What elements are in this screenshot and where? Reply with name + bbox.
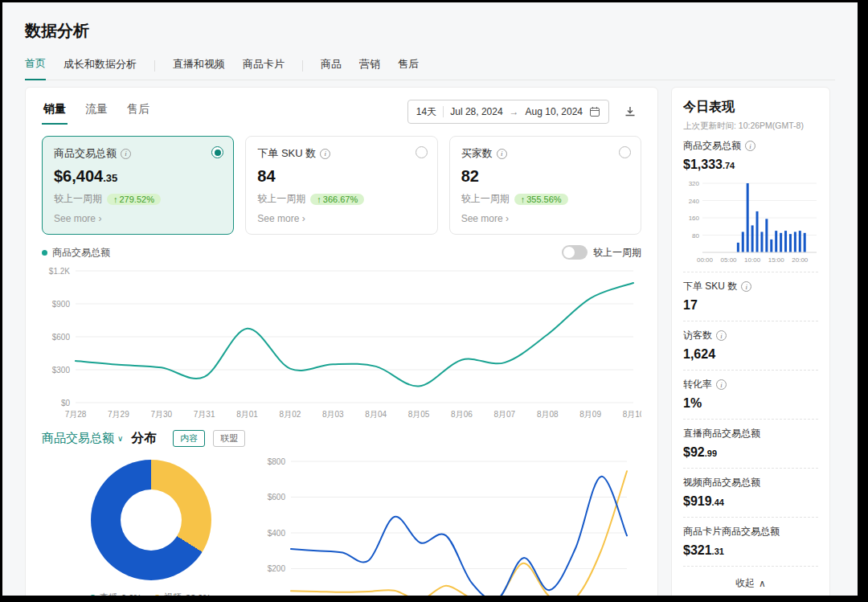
nav-item-products[interactable]: 商品 <box>321 57 342 80</box>
svg-text:8月05: 8月05 <box>408 410 430 419</box>
metric-label-row: 直播商品交易总额 <box>683 427 818 440</box>
nav-item-marketing[interactable]: 营销 <box>359 57 380 80</box>
svg-text:$600: $600 <box>52 333 71 342</box>
svg-text:$800: $800 <box>268 457 286 466</box>
top-nav: 首页 成长和数据分析 直播和视频 商品卡片 商品 营销 售后 <box>25 56 835 80</box>
legend-label: 商品交易总额 <box>52 246 110 260</box>
metric-label: 买家数 <box>461 146 493 161</box>
legend-value: 33.9% <box>186 593 211 596</box>
see-more-label: See more <box>257 213 299 224</box>
analytics-page: 数据分析 首页 成长和数据分析 直播和视频 商品卡片 商品 营销 售后 销量 流… <box>2 2 858 596</box>
see-more-label: See more <box>461 213 503 224</box>
nav-item-live-video[interactable]: 直播和视频 <box>173 57 225 80</box>
change-value: 355.56% <box>526 195 561 204</box>
calendar-icon <box>589 106 600 117</box>
metric-label-row: 商品交易总额 i <box>683 139 818 153</box>
metric-card-buyers[interactable]: 买家数 i 82 较上一周期 ↑355.56% See more › <box>449 136 641 235</box>
metric-label: 下单 SKU 数 <box>257 146 316 161</box>
info-icon: i <box>716 379 727 390</box>
metric-radio-selected[interactable] <box>211 146 223 158</box>
nav-item-home[interactable]: 首页 <box>25 56 46 80</box>
up-arrow-icon: ↑ <box>521 195 526 204</box>
last-updated: 上次更新时间: 10:26PM(GMT-8) <box>683 121 818 132</box>
side-metric-visitors: 访客数 i 1,624 <box>683 321 818 371</box>
svg-text:10:00: 10:00 <box>744 256 761 264</box>
metric-value: $92.99 <box>683 445 818 460</box>
metric-radio[interactable] <box>619 146 631 158</box>
metric-label: 访客数 <box>683 329 712 342</box>
see-more-link[interactable]: See more › <box>461 213 629 224</box>
metric-card-gmv[interactable]: 商品交易总额 i $6,404.35 较上一周期 ↑279.52% See mo… <box>42 136 234 235</box>
download-icon <box>624 105 637 118</box>
svg-text:8月06: 8月06 <box>451 410 473 419</box>
metric-tabs: 销量 流量 售后 <box>42 99 151 125</box>
date-start: Jul 28, 2024 <box>450 106 502 117</box>
svg-text:$900: $900 <box>52 300 71 309</box>
svg-text:8月10: 8月10 <box>623 410 641 419</box>
metric-label: 视频商品交易总额 <box>683 476 760 489</box>
segment-content[interactable]: 内容 <box>173 430 205 447</box>
metric-value: $919.44 <box>683 494 818 509</box>
page-header: 数据分析 首页 成长和数据分析 直播和视频 商品卡片 商品 营销 售后 <box>2 2 858 80</box>
svg-text:8月01: 8月01 <box>236 410 258 419</box>
change-badge: ↑279.52% <box>107 194 161 205</box>
side-metric-live-gmv: 直播商品交易总额 $92.99 <box>683 420 818 469</box>
collapse-button[interactable]: 收起 ∧ <box>683 567 818 596</box>
metric-label-row: 下单 SKU 数 i <box>683 280 818 293</box>
svg-text:8月08: 8月08 <box>537 410 559 419</box>
metric-card-sku-orders[interactable]: 下单 SKU 数 i 84 较上一周期 ↑366.67% See more › <box>245 136 437 235</box>
metric-label-row: 商品卡片商品交易总额 <box>683 525 818 539</box>
svg-text:8月04: 8月04 <box>365 410 387 419</box>
svg-text:8月07: 8月07 <box>494 410 516 419</box>
tab-sales[interactable]: 销量 <box>42 99 68 125</box>
value-integer: 17 <box>683 298 698 312</box>
distribution-body: 直播 0.0% 视频 33.9% <box>42 452 641 596</box>
nav-item-product-card[interactable]: 商品卡片 <box>243 57 285 80</box>
info-icon: i <box>121 149 131 159</box>
compare-period-toggle[interactable] <box>562 245 588 260</box>
gmv-trend-chart: $0$300$600$900$1.2K7月287月297月307月318月018… <box>42 263 641 422</box>
date-preset-label: 14天 <box>416 105 436 119</box>
compare-label: 较上一周期 <box>54 192 102 206</box>
change-value: 366.67% <box>323 195 358 204</box>
metric-value: $1,333.74 <box>683 158 818 172</box>
tab-traffic[interactable]: 流量 <box>84 99 109 125</box>
see-more-label: See more <box>54 213 96 224</box>
metric-label: 商品交易总额 <box>54 146 117 161</box>
metric-label-row: 转化率 i <box>683 378 818 391</box>
value-integer: $1,333 <box>683 158 723 171</box>
donut-legend-row: 直播 0.0% 视频 33.9% <box>90 592 211 596</box>
date-range-picker[interactable]: 14天 Jul 28, 2024 → Aug 10, 2024 <box>407 100 609 124</box>
see-more-link[interactable]: See more › <box>54 213 222 224</box>
download-button[interactable] <box>619 100 641 123</box>
svg-text:240: 240 <box>689 198 700 205</box>
compare-label: 较上一周期 <box>461 192 510 206</box>
metric-value: $6,404.35 <box>54 167 222 186</box>
distribution-line-chart: $0$200$400$600$8007月287月308月018月038月058月… <box>260 452 641 596</box>
metric-radio[interactable] <box>416 146 428 158</box>
svg-text:$1.2K: $1.2K <box>49 267 70 276</box>
tab-aftersales[interactable]: 售后 <box>125 99 151 125</box>
metric-change-row: 较上一周期 ↑366.67% <box>257 192 425 206</box>
metric-card-header: 下单 SKU 数 i <box>257 146 425 161</box>
chart-legend: 商品交易总额 <box>42 246 110 260</box>
value-decimal: .31 <box>712 547 724 556</box>
legend-label: 视频 <box>164 592 182 596</box>
see-more-link[interactable]: See more › <box>257 213 425 224</box>
metric-label: 下单 SKU 数 <box>683 280 737 293</box>
svg-text:8月02: 8月02 <box>280 410 301 419</box>
legend-dot <box>90 595 96 596</box>
nav-item-aftersales[interactable]: 售后 <box>398 57 419 80</box>
svg-text:7月31: 7月31 <box>194 410 215 419</box>
legend-dot <box>154 595 160 596</box>
segment-affiliate[interactable]: 联盟 <box>213 430 245 447</box>
svg-text:80: 80 <box>692 232 699 240</box>
info-icon: i <box>497 149 507 159</box>
value-decimal: .99 <box>705 448 717 458</box>
divider <box>443 106 444 117</box>
change-value: 279.52% <box>120 195 154 204</box>
info-icon: i <box>741 281 751 292</box>
value-decimal: .74 <box>723 161 735 170</box>
metric-select-dropdown[interactable]: 商品交易总额 ∨ <box>42 431 123 446</box>
nav-item-growth-analysis[interactable]: 成长和数据分析 <box>63 57 137 80</box>
